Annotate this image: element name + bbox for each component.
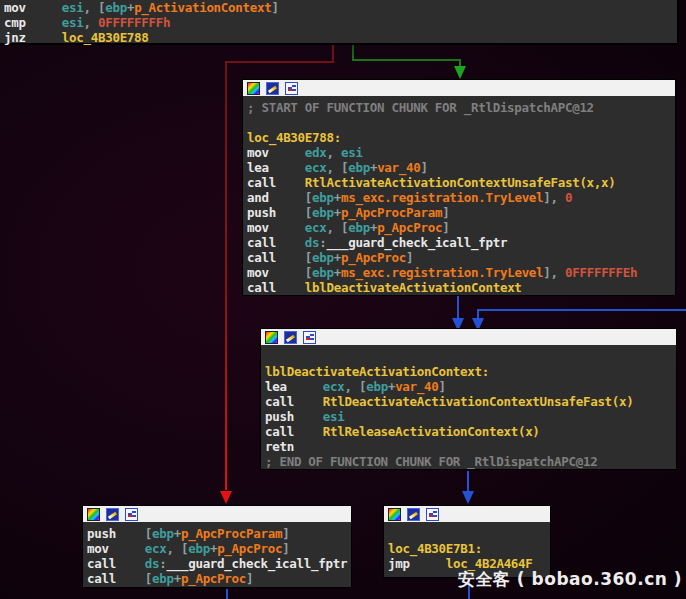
edit-node-icon[interactable] — [407, 508, 420, 521]
set-node-color-icon[interactable] — [265, 331, 278, 344]
edit-node-icon[interactable] — [284, 331, 297, 344]
group-nodes-icon[interactable] — [303, 331, 316, 344]
asm-line[interactable]: mov [ebp+ms_exc.registration.TryLevel], … — [247, 265, 675, 280]
asm-line[interactable]: push [ebp+p_ApcProcParam] — [87, 526, 351, 541]
set-node-color-icon[interactable] — [87, 508, 100, 521]
disassembly-listing: lblDeactivateActivationContext:lea ecx, … — [261, 345, 676, 469]
asm-line[interactable]: call ds:___guard_check_icall_fptr — [247, 235, 675, 250]
node-title-bar[interactable] — [261, 329, 676, 345]
basic-block-lblDeactivateActivationContext[interactable]: lblDeactivateActivationContext:lea ecx, … — [260, 328, 677, 470]
set-node-color-icon[interactable] — [388, 508, 401, 521]
asm-line[interactable]: push [ebp+p_ApcProcParam] — [247, 205, 675, 220]
asm-line[interactable]: call RtlDeactivateActivationContextUnsaf… — [265, 394, 676, 409]
asm-line[interactable]: mov ecx, [ebp+p_ApcProc] — [247, 220, 675, 235]
disassembly-listing: push [ebp+p_ApcProcParam]mov ecx, [ebp+p… — [83, 522, 351, 586]
basic-block-loc-4B30E788[interactable]: ; START OF FUNCTION CHUNK FOR _RtlDispat… — [242, 79, 676, 296]
asm-line[interactable]: cmp esi, 0FFFFFFFFh — [4, 15, 677, 30]
edit-node-icon[interactable] — [266, 82, 279, 95]
asm-line[interactable]: mov esi, [ebp+p_ActivationContext] — [4, 0, 677, 15]
node-title-bar[interactable] — [384, 506, 550, 522]
asm-line[interactable]: lea ecx, [ebp+var_40] — [265, 379, 676, 394]
asm-line[interactable]: mov edx, esi — [247, 145, 675, 160]
edge-to-loc-4B30E7B1-arrowhead — [462, 491, 474, 504]
asm-line[interactable]: retn — [265, 439, 676, 454]
group-nodes-icon[interactable] — [285, 82, 298, 95]
asm-line[interactable]: lea ecx, [ebp+var_40] — [247, 160, 675, 175]
node-title-bar[interactable] — [243, 80, 675, 96]
asm-line[interactable]: ; START OF FUNCTION CHUNK FOR _RtlDispat… — [247, 100, 675, 115]
asm-line[interactable]: jnz loc_4B30E788 — [4, 30, 677, 45]
watermark: 安全客 ( bobao.360.cn ) — [458, 568, 682, 591]
asm-line[interactable]: ; END OF FUNCTION CHUNK FOR _RtlDispatch… — [265, 454, 676, 469]
asm-line[interactable]: call [ebp+p_ApcProc] — [247, 250, 675, 265]
asm-line[interactable] — [265, 349, 676, 364]
basic-block-entry[interactable]: mov esi, [ebp+p_ActivationContext]cmp es… — [0, 0, 679, 45]
group-nodes-icon[interactable] — [426, 508, 439, 521]
asm-line[interactable]: and [ebp+ms_exc.registration.TryLevel], … — [247, 190, 675, 205]
node-title-bar[interactable] — [83, 506, 351, 522]
edit-node-icon[interactable] — [106, 508, 119, 521]
asm-line[interactable]: loc_4B30E788: — [247, 130, 675, 145]
edge-jnz-true-branch — [353, 45, 460, 67]
asm-line[interactable]: loc_4B30E7B1: — [388, 541, 550, 556]
disassembly-listing: ; START OF FUNCTION CHUNK FOR _RtlDispat… — [243, 96, 675, 295]
asm-line[interactable]: lblDeactivateActivationContext: — [265, 364, 676, 379]
edge-jnz-true-branch-arrowhead — [454, 66, 466, 79]
asm-line[interactable]: call RtlActivateActivationContextUnsafeF… — [247, 175, 675, 190]
asm-line[interactable]: mov ecx, [ebp+p_ApcProc] — [87, 541, 351, 556]
asm-line[interactable]: call lblDeactivateActivationContext — [247, 280, 675, 295]
asm-line[interactable] — [247, 115, 675, 130]
graph-view-canvas[interactable]: 安全客 ( bobao.360.cn ) mov esi, [ebp+p_Act… — [0, 0, 686, 599]
asm-line[interactable]: call RtlReleaseActivationContext(x) — [265, 424, 676, 439]
edge-incoming-from-right — [478, 310, 686, 319]
edge-jnz-false-branch-arrowhead — [220, 491, 232, 504]
set-node-color-icon[interactable] — [247, 82, 260, 95]
asm-line[interactable]: push esi — [265, 409, 676, 424]
group-nodes-icon[interactable] — [125, 508, 138, 521]
disassembly-listing: mov esi, [ebp+p_ActivationContext]cmp es… — [0, 0, 677, 45]
basic-block-guard-check[interactable]: push [ebp+p_ApcProcParam]mov ecx, [ebp+p… — [82, 505, 352, 588]
asm-line[interactable]: call [ebp+p_ApcProc] — [87, 571, 351, 586]
asm-line[interactable]: call ds:___guard_check_icall_fptr — [87, 556, 351, 571]
disassembly-listing: loc_4B30E7B1:jmp loc_4B2A464F — [384, 522, 550, 571]
asm-line[interactable] — [388, 526, 550, 541]
